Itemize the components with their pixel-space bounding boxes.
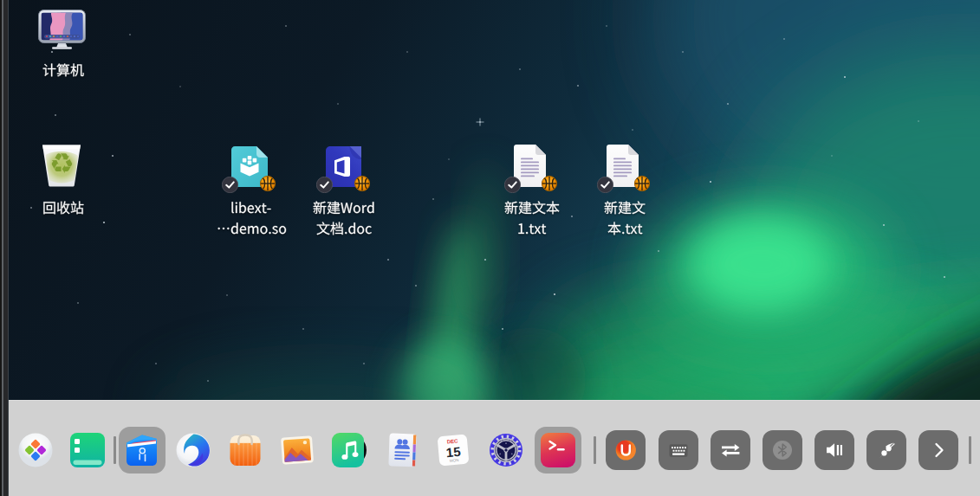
- svg-text:15: 15: [445, 444, 461, 460]
- svg-text:MON: MON: [450, 458, 459, 463]
